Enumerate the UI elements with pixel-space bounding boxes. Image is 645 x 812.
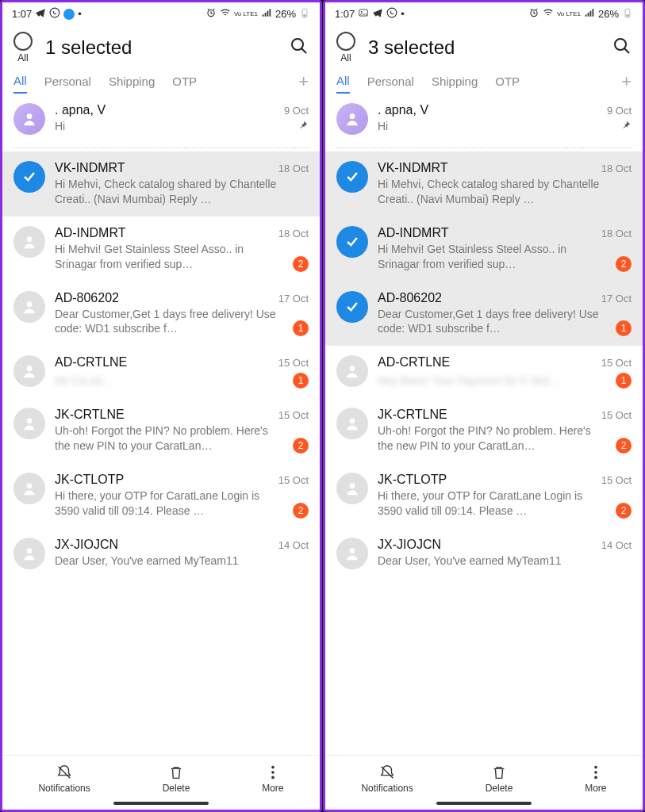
avatar bbox=[336, 355, 368, 387]
checkmark-icon bbox=[336, 161, 368, 193]
notifications-button[interactable]: Notifications bbox=[38, 764, 90, 794]
svg-point-25 bbox=[350, 483, 355, 488]
more-button[interactable]: More bbox=[585, 764, 606, 794]
avatar bbox=[13, 538, 45, 569]
add-tab-button[interactable]: + bbox=[298, 73, 309, 94]
sender-name: AD-CRTLNE bbox=[378, 355, 450, 370]
signal-icon bbox=[584, 7, 595, 21]
avatar bbox=[336, 473, 368, 504]
sender-name: AD-806202 bbox=[55, 291, 119, 305]
unread-badge: 2 bbox=[293, 438, 309, 454]
sender-name: JK-CTLOTP bbox=[378, 473, 447, 487]
message-preview: Dear User, You've earned MyTeam11 bbox=[378, 553, 632, 569]
network-label: Vo LTE1 bbox=[234, 10, 258, 17]
alarm-icon bbox=[205, 7, 217, 21]
tab-personal[interactable]: Personal bbox=[367, 75, 414, 93]
message-date: 15 Oct bbox=[601, 409, 632, 421]
avatar bbox=[13, 103, 45, 135]
conversation-item[interactable]: JK-CRTLNE15 OctUh-oh! Forgot the PIN? No… bbox=[325, 398, 643, 463]
dot-icon: • bbox=[78, 8, 82, 20]
tab-otp[interactable]: OTP bbox=[495, 75, 520, 93]
more-vertical-icon bbox=[587, 764, 605, 781]
message-preview: Hi Mehvi! Get Stainless Steel Asso.. in … bbox=[55, 242, 286, 272]
sender-name: JK-CRTLNE bbox=[55, 408, 125, 422]
tab-all[interactable]: All bbox=[336, 74, 350, 94]
message-preview: Hi there, your OTP for CaratLane Login i… bbox=[378, 488, 609, 519]
conversation-item[interactable]: AD-INDMRT18 OctHi Mehvi! Get Stainless S… bbox=[2, 216, 320, 282]
delete-button[interactable]: Delete bbox=[163, 764, 190, 794]
svg-point-13 bbox=[271, 771, 275, 774]
unread-badge: 1 bbox=[293, 320, 309, 336]
conversation-item-pinned[interactable]: . apna, V 9 Oct Hi bbox=[2, 94, 320, 144]
message-date: 14 Oct bbox=[601, 539, 632, 551]
conversation-item[interactable]: VK-INDMRT18 OctHi Mehvi, Check catalog s… bbox=[325, 151, 643, 216]
svg-point-22 bbox=[350, 113, 355, 119]
avatar bbox=[336, 103, 368, 135]
sender-name: VK-INDMRT bbox=[378, 161, 448, 175]
add-tab-button[interactable]: + bbox=[621, 73, 632, 94]
conversation-item[interactable]: AD-80620217 OctDear Customer,Get 1 days … bbox=[2, 282, 320, 347]
select-all-checkbox[interactable]: All bbox=[336, 32, 355, 63]
statusbar: 1:07 • Vo LTE1 26% bbox=[2, 2, 320, 24]
telegram-icon bbox=[372, 7, 383, 21]
unread-badge: 1 bbox=[616, 320, 632, 336]
more-button[interactable]: More bbox=[262, 764, 283, 794]
message-date: 18 Oct bbox=[601, 228, 632, 239]
checkmark-icon bbox=[13, 161, 45, 193]
conversation-item[interactable]: VK-INDMRT18 OctHi Mehvi, Check catalog s… bbox=[2, 151, 320, 216]
pin-icon bbox=[620, 120, 632, 134]
delete-button[interactable]: Delete bbox=[486, 764, 513, 794]
category-tabs: All Personal Shipping OTP + bbox=[2, 68, 320, 94]
select-all-checkbox[interactable]: All bbox=[13, 32, 33, 63]
svg-point-28 bbox=[594, 771, 597, 774]
conversation-item-pinned[interactable]: . apna, V 9 Oct Hi bbox=[325, 94, 643, 144]
message-date: 14 Oct bbox=[278, 539, 309, 551]
conversation-item[interactable]: JK-CTLOTP15 OctHi there, your OTP for Ca… bbox=[2, 463, 320, 528]
message-preview: Hi bbox=[378, 119, 614, 134]
avatar bbox=[13, 355, 45, 387]
notifications-button[interactable]: Notifications bbox=[361, 764, 413, 794]
conversation-item[interactable]: AD-CRTLNE15 OctHe Ca ed.…1 bbox=[2, 346, 320, 398]
phone-left: 1:07 • Vo LTE1 26% All 1 selected All Pe… bbox=[0, 0, 322, 812]
message-preview: Hi Mehvi, Check catalog shared by Chante… bbox=[55, 177, 309, 207]
conversation-item[interactable]: JX-JIOJCN14 OctDear User, You've earned … bbox=[2, 528, 320, 579]
conversation-item[interactable]: JX-JIOJCN14 OctDear User, You've earned … bbox=[325, 528, 643, 579]
home-indicator[interactable] bbox=[436, 802, 532, 805]
search-button[interactable] bbox=[290, 36, 309, 59]
status-time: 1:07 bbox=[12, 8, 32, 20]
message-date: 18 Oct bbox=[601, 163, 632, 174]
message-date: 17 Oct bbox=[278, 293, 309, 304]
conversation-item[interactable]: JK-CTLOTP15 OctHi there, your OTP for Ca… bbox=[325, 463, 643, 528]
sender-name: JK-CRTLNE bbox=[378, 408, 447, 422]
conversation-item[interactable]: AD-INDMRT18 OctHi Mehvi! Get Stainless S… bbox=[325, 216, 643, 282]
conversation-item[interactable]: JK-CRTLNE15 OctUh-oh! Forgot the PIN? No… bbox=[2, 398, 320, 463]
conversation-item[interactable]: AD-CRTLNE15 OctHey there! Your Payment f… bbox=[325, 346, 643, 398]
tab-shipping[interactable]: Shipping bbox=[432, 75, 478, 93]
svg-point-23 bbox=[350, 366, 355, 372]
avatar bbox=[336, 408, 368, 439]
message-date: 15 Oct bbox=[601, 474, 632, 486]
wifi-icon bbox=[543, 7, 554, 21]
sender-name: AD-INDMRT bbox=[378, 226, 448, 240]
image-icon bbox=[358, 7, 369, 21]
message-preview: Hi there, your OTP for CaratLane Login i… bbox=[55, 488, 286, 519]
home-indicator[interactable] bbox=[113, 802, 209, 805]
sender-name: JX-JIOJCN bbox=[378, 538, 441, 552]
message-preview: Dear User, You've earned MyTeam11 bbox=[55, 553, 309, 569]
search-button[interactable] bbox=[612, 36, 632, 59]
conversation-item[interactable]: AD-80620217 OctDear Customer,Get 1 days … bbox=[325, 282, 643, 347]
tab-personal[interactable]: Personal bbox=[44, 75, 91, 93]
message-date: 9 Oct bbox=[284, 105, 309, 117]
tab-otp[interactable]: OTP bbox=[172, 75, 197, 93]
message-preview: Uh-oh! Forgot the PIN? No problem. Here'… bbox=[55, 423, 286, 454]
avatar bbox=[13, 226, 45, 258]
avatar bbox=[13, 291, 45, 323]
svg-point-24 bbox=[350, 419, 355, 424]
checkmark-icon bbox=[336, 226, 368, 258]
search-icon bbox=[290, 36, 309, 56]
tab-shipping[interactable]: Shipping bbox=[109, 75, 155, 93]
tab-all[interactable]: All bbox=[13, 74, 27, 94]
message-list[interactable]: . apna, V 9 Oct Hi VK-INDMRT18 OctHi Meh… bbox=[2, 94, 320, 755]
whatsapp-icon bbox=[49, 7, 60, 21]
message-list[interactable]: . apna, V 9 Oct Hi VK-INDMRT18 OctHi Meh… bbox=[325, 94, 643, 755]
